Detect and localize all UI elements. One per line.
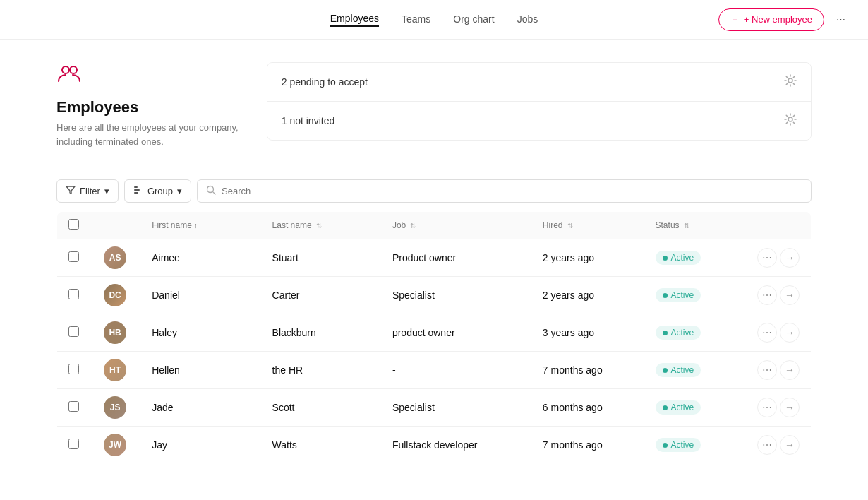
row-checkbox-cell — [57, 352, 93, 389]
avatar-2: DC — [104, 284, 126, 306]
job-cell: Specialist — [381, 389, 531, 427]
nav-right-actions: ＋ + New employee ⋯ — [718, 8, 851, 31]
row-checkbox-1[interactable] — [68, 251, 79, 262]
job-cell: Specialist — [381, 277, 531, 314]
not-invited-settings-icon[interactable] — [784, 113, 797, 129]
nav-jobs[interactable]: Jobs — [517, 13, 538, 26]
row-actions-cell: ⋯ → — [742, 389, 812, 427]
main-content: Employees Here are all the employees at … — [0, 40, 868, 487]
status-cell: Active — [644, 427, 742, 464]
avatar-cell: JW — [92, 427, 140, 464]
nav-org-chart[interactable]: Org chart — [453, 13, 494, 26]
page-title-section: Employees Here are all the employees at … — [56, 62, 239, 148]
hired-cell: 7 months ago — [531, 427, 644, 464]
status-label: Active — [671, 328, 694, 338]
table-row: HB Haley Blackburn product owner 3 years… — [57, 314, 812, 352]
page-title: Employees — [56, 98, 239, 117]
page-subtitle: Here are all the employees at your compa… — [56, 121, 239, 148]
row-more-button-1[interactable]: ⋯ — [757, 248, 777, 268]
info-card-pending: 2 pending to accept — [267, 63, 811, 101]
row-more-button-5[interactable]: ⋯ — [757, 398, 777, 417]
status-dot — [663, 256, 668, 261]
row-navigate-button-1[interactable]: → — [780, 248, 800, 268]
status-label: Active — [671, 403, 694, 412]
first-name-cell: Aimee — [140, 239, 260, 277]
filter-button[interactable]: Filter ▾ — [56, 179, 119, 203]
search-box — [197, 179, 812, 203]
job-header[interactable]: Job ⇅ — [381, 212, 531, 239]
nav-more-button[interactable]: ⋯ — [830, 9, 851, 30]
row-more-button-2[interactable]: ⋯ — [757, 285, 777, 305]
hired-sort-icon: ⇅ — [567, 222, 573, 230]
row-navigate-button-3[interactable]: → — [780, 323, 800, 343]
ellipsis-icon: ⋯ — [836, 14, 845, 25]
hired-cell: 2 years ago — [531, 277, 644, 314]
status-label: Active — [671, 290, 694, 300]
row-navigate-button-4[interactable]: → — [780, 360, 800, 380]
row-checkbox-6[interactable] — [68, 439, 79, 449]
first-name-header[interactable]: First name ↑ — [140, 212, 260, 239]
status-dot — [663, 293, 668, 298]
svg-rect-4 — [134, 186, 138, 188]
row-navigate-button-2[interactable]: → — [780, 285, 800, 305]
row-checkbox-3[interactable] — [68, 326, 79, 337]
info-cards: 2 pending to accept 1 not invited — [267, 62, 812, 141]
last-name-cell: Stuart — [261, 239, 381, 277]
job-cell: product owner — [381, 314, 531, 352]
pending-settings-icon[interactable] — [784, 74, 797, 90]
status-label: Active — [671, 253, 694, 263]
select-all-checkbox[interactable] — [68, 219, 79, 230]
svg-line-8 — [213, 192, 216, 195]
avatar-6: JW — [104, 434, 126, 456]
avatar-cell: JS — [92, 389, 140, 427]
row-actions-cell: ⋯ → — [742, 314, 812, 352]
filter-label: Filter — [80, 186, 100, 196]
new-employee-button[interactable]: ＋ + New employee — [718, 8, 824, 31]
first-name-cell: Haley — [140, 314, 260, 352]
avatar-5: JS — [104, 396, 126, 419]
row-checkbox-cell — [57, 239, 93, 277]
status-badge: Active — [656, 400, 701, 415]
employees-table: First name ↑ Last name ⇅ Job ⇅ — [56, 211, 812, 464]
hired-header[interactable]: Hired ⇅ — [531, 212, 644, 239]
row-navigate-button-6[interactable]: → — [780, 435, 800, 455]
status-cell: Active — [644, 314, 742, 352]
search-input[interactable] — [222, 186, 802, 196]
plus-icon: ＋ — [730, 13, 740, 26]
row-more-button-3[interactable]: ⋯ — [757, 323, 777, 343]
nav-employees[interactable]: Employees — [330, 13, 379, 27]
group-button[interactable]: Group ▾ — [124, 179, 191, 203]
search-icon — [206, 185, 216, 197]
group-icon — [133, 185, 143, 197]
status-dot — [663, 443, 668, 448]
row-more-button-6[interactable]: ⋯ — [757, 435, 777, 455]
row-checkbox-cell — [57, 427, 93, 464]
row-checkbox-2[interactable] — [68, 289, 79, 299]
table-controls: Filter ▾ Group ▾ — [56, 171, 812, 211]
row-checkbox-5[interactable] — [68, 401, 79, 412]
svg-point-0 — [62, 66, 69, 73]
hired-cell: 7 months ago — [531, 352, 644, 389]
avatar-4: HT — [104, 359, 126, 381]
avatar-cell: HT — [92, 352, 140, 389]
avatar-cell: AS — [92, 239, 140, 277]
last-name-header[interactable]: Last name ⇅ — [261, 212, 381, 239]
table-row: HT Hellen the HR - 7 months ago Active ⋯… — [57, 352, 812, 389]
new-employee-label: + New employee — [744, 14, 812, 25]
status-label: Active — [671, 365, 694, 375]
status-header[interactable]: Status ⇅ — [644, 212, 742, 239]
row-checkbox-4[interactable] — [68, 364, 79, 374]
row-checkbox-cell — [57, 314, 93, 352]
last-name-cell: Watts — [261, 427, 381, 464]
first-name-label: First name — [152, 220, 192, 230]
row-more-button-4[interactable]: ⋯ — [757, 360, 777, 380]
status-badge: Active — [656, 438, 701, 452]
avatar-header — [92, 212, 140, 239]
status-dot — [663, 405, 668, 410]
status-dot — [663, 368, 668, 373]
svg-rect-5 — [134, 189, 140, 191]
info-card-not-invited: 1 not invited — [267, 101, 811, 140]
row-navigate-button-5[interactable]: → — [780, 398, 800, 417]
avatar-3: HB — [104, 321, 126, 344]
nav-teams[interactable]: Teams — [402, 13, 430, 26]
